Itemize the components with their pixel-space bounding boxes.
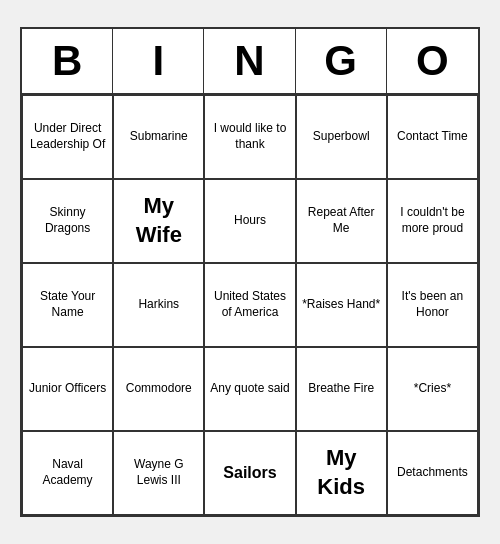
bingo-cell-1: Submarine (113, 95, 204, 179)
bingo-grid: Under Direct Leadership OfSubmarineI wou… (22, 95, 478, 515)
bingo-cell-19: *Cries* (387, 347, 478, 431)
bingo-cell-3: Superbowl (296, 95, 387, 179)
bingo-letter-n: N (204, 29, 295, 93)
bingo-cell-5: Skinny Dragons (22, 179, 113, 263)
bingo-letter-i: I (113, 29, 204, 93)
bingo-letter-b: B (22, 29, 113, 93)
bingo-cell-14: It's been an Honor (387, 263, 478, 347)
bingo-cell-13: *Raises Hand* (296, 263, 387, 347)
bingo-cell-16: Commodore (113, 347, 204, 431)
bingo-cell-20: Naval Academy (22, 431, 113, 515)
bingo-cell-10: State Your Name (22, 263, 113, 347)
bingo-cell-4: Contact Time (387, 95, 478, 179)
bingo-cell-8: Repeat After Me (296, 179, 387, 263)
bingo-cell-23: My Kids (296, 431, 387, 515)
bingo-cell-9: I couldn't be more proud (387, 179, 478, 263)
bingo-cell-11: Harkins (113, 263, 204, 347)
bingo-cell-24: Detachments (387, 431, 478, 515)
bingo-cell-7: Hours (204, 179, 295, 263)
bingo-cell-0: Under Direct Leadership Of (22, 95, 113, 179)
bingo-cell-12: United States of America (204, 263, 295, 347)
bingo-header: BINGO (22, 29, 478, 95)
bingo-letter-g: G (296, 29, 387, 93)
bingo-cell-2: I would like to thank (204, 95, 295, 179)
bingo-cell-21: Wayne G Lewis III (113, 431, 204, 515)
bingo-cell-22: Sailors (204, 431, 295, 515)
bingo-card: BINGO Under Direct Leadership OfSubmarin… (20, 27, 480, 517)
bingo-cell-15: Junior Officers (22, 347, 113, 431)
bingo-cell-6: My Wife (113, 179, 204, 263)
bingo-letter-o: O (387, 29, 478, 93)
bingo-cell-17: Any quote said (204, 347, 295, 431)
bingo-cell-18: Breathe Fire (296, 347, 387, 431)
